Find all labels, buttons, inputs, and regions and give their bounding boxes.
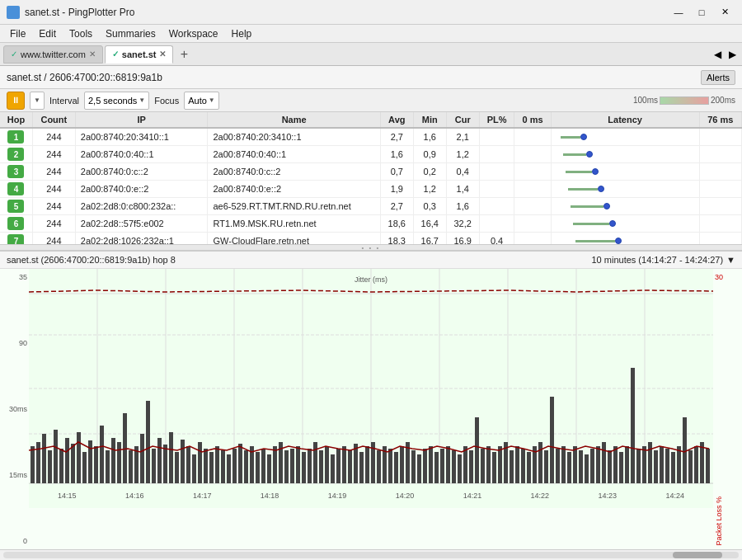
interval-arrow-icon: ▼ bbox=[139, 96, 145, 104]
svg-rect-130 bbox=[694, 446, 698, 483]
menu-help[interactable]: Help bbox=[225, 26, 259, 41]
avg-cell: 18,3 bbox=[380, 233, 413, 245]
pl-cell bbox=[479, 163, 514, 181]
svg-rect-104 bbox=[544, 450, 548, 483]
svg-rect-118 bbox=[625, 446, 629, 483]
svg-rect-129 bbox=[688, 450, 693, 483]
tab-sanet-close[interactable]: ✕ bbox=[159, 49, 166, 59]
svg-rect-100 bbox=[521, 449, 525, 483]
cur-cell: 1,6 bbox=[446, 198, 479, 215]
table-row[interactable]: 7 244 2a02:2d8:1026:232a::1 GW-CloudFlar… bbox=[0, 233, 742, 245]
latency-max-cell bbox=[699, 233, 741, 245]
tab-next-button[interactable]: ▶ bbox=[726, 48, 739, 61]
cur-cell: 16,9 bbox=[446, 233, 479, 245]
avg-cell: 2,7 bbox=[380, 128, 413, 146]
svg-rect-92 bbox=[475, 417, 479, 483]
svg-rect-66 bbox=[325, 446, 329, 483]
svg-rect-59 bbox=[284, 450, 289, 483]
resize-handle[interactable]: • • • bbox=[0, 244, 742, 251]
svg-rect-94 bbox=[486, 446, 491, 483]
min-cell: 16,7 bbox=[413, 233, 446, 245]
hop-cell: 1 bbox=[0, 128, 32, 146]
table-row[interactable]: 3 244 2a00:8740:0:c::2 2a00:8740:0:c::2 … bbox=[0, 163, 742, 181]
count-cell: 244 bbox=[32, 163, 75, 181]
chart-expand-button[interactable]: ▼ bbox=[726, 255, 735, 265]
col-latency-max: 76 ms bbox=[699, 112, 741, 128]
hop-table: Hop Count IP Name Avg Min Cur PL% 0 ms L… bbox=[0, 112, 742, 244]
y-label-30ms: 30ms bbox=[2, 405, 27, 413]
control-bar: ⏸ ▼ Interval 2,5 seconds ▼ Focus Auto ▼ … bbox=[0, 89, 742, 112]
latency-max-cell bbox=[699, 181, 741, 198]
svg-rect-48 bbox=[221, 450, 225, 483]
col-hop: Hop bbox=[0, 112, 32, 128]
minimize-button[interactable]: — bbox=[668, 4, 689, 21]
menu-file[interactable]: File bbox=[3, 26, 32, 41]
svg-rect-34 bbox=[140, 434, 144, 483]
svg-rect-89 bbox=[458, 454, 462, 483]
svg-rect-82 bbox=[417, 454, 421, 483]
y-label-15ms: 15ms bbox=[2, 471, 27, 479]
svg-rect-107 bbox=[561, 446, 566, 483]
scrollbar-area bbox=[0, 549, 742, 560]
close-button[interactable]: ✕ bbox=[714, 4, 735, 21]
table-row[interactable]: 5 244 2a02:2d8:0:c800:232a:: ae6-529.RT.… bbox=[0, 198, 742, 215]
latency-scale: 100ms 200ms bbox=[633, 96, 735, 105]
svg-rect-50 bbox=[232, 449, 237, 483]
menu-summaries[interactable]: Summaries bbox=[99, 26, 162, 41]
count-cell: 244 bbox=[32, 128, 75, 146]
alerts-button[interactable]: Alerts bbox=[701, 70, 735, 85]
menu-edit[interactable]: Edit bbox=[32, 26, 63, 41]
name-cell: ae6-529.RT.TMT.RND.RU.retn.net bbox=[208, 198, 380, 215]
latency-graph-cell bbox=[551, 215, 699, 233]
scroll-track[interactable] bbox=[3, 552, 739, 558]
svg-rect-23 bbox=[77, 432, 81, 483]
chart-time-range: 10 minutes (14:14:27 - 14:24:27) bbox=[592, 255, 724, 265]
scale-200ms: 200ms bbox=[711, 96, 735, 105]
count-cell: 244 bbox=[32, 233, 75, 245]
svg-rect-44 bbox=[198, 442, 202, 483]
table-row[interactable]: 4 244 2a00:8740:0:e::2 2a00:8740:0:e::2 … bbox=[0, 181, 742, 198]
col-min: Min bbox=[413, 112, 446, 128]
add-tab-button[interactable]: + bbox=[175, 45, 193, 64]
scroll-thumb[interactable] bbox=[673, 552, 722, 558]
tab-twitter[interactable]: ✓ www.twitter.com ✕ bbox=[3, 45, 103, 64]
table-row[interactable]: 2 244 2a00:8740:0:40::1 2a00:8740:0:40::… bbox=[0, 146, 742, 163]
window-controls: — □ ✕ bbox=[668, 4, 735, 21]
chart-title: sanet.st (2606:4700:20::6819:9a1b) hop 8 bbox=[7, 255, 592, 265]
maximize-button[interactable]: □ bbox=[691, 4, 712, 21]
svg-rect-38 bbox=[163, 445, 167, 483]
svg-rect-25 bbox=[88, 440, 92, 483]
col-pl: PL% bbox=[479, 112, 514, 128]
count-cell: 244 bbox=[32, 146, 75, 163]
menu-tools[interactable]: Tools bbox=[63, 26, 99, 41]
menu-bar: File Edit Tools Summaries Workspace Help bbox=[0, 25, 742, 43]
interval-select[interactable]: 2,5 seconds ▼ bbox=[84, 92, 149, 110]
svg-rect-111 bbox=[585, 454, 589, 483]
x-label-1420: 14:20 bbox=[396, 492, 415, 508]
svg-rect-18 bbox=[48, 450, 52, 483]
svg-rect-21 bbox=[65, 438, 69, 483]
svg-rect-96 bbox=[498, 446, 502, 483]
pl-cell bbox=[479, 215, 514, 233]
pause-button[interactable]: ⏸ bbox=[7, 92, 25, 110]
tab-sanet[interactable]: ✓ sanet.st ✕ bbox=[105, 45, 174, 64]
interval-label: Interval bbox=[49, 96, 79, 106]
svg-rect-35 bbox=[146, 401, 150, 483]
hop-cell: 6 bbox=[0, 215, 32, 233]
pause-dropdown[interactable]: ▼ bbox=[30, 92, 45, 110]
menu-workspace[interactable]: Workspace bbox=[162, 26, 225, 41]
svg-rect-81 bbox=[411, 450, 416, 483]
focus-select[interactable]: Auto ▼ bbox=[184, 92, 219, 110]
table-row[interactable]: 1 244 2a00:8740:20:3410::1 2a00:8740:20:… bbox=[0, 128, 742, 146]
svg-rect-15 bbox=[31, 446, 35, 483]
chart-area: sanet.st (2606:4700:20::6819:9a1b) hop 8… bbox=[0, 251, 742, 549]
svg-rect-99 bbox=[515, 446, 519, 483]
svg-rect-123 bbox=[654, 450, 658, 483]
table-row[interactable]: 6 244 2a02:2d8::57f5:e002 RT1.M9.MSK.RU.… bbox=[0, 215, 742, 233]
hop-cell: 3 bbox=[0, 163, 32, 181]
tab-twitter-close[interactable]: ✕ bbox=[89, 49, 96, 59]
svg-rect-86 bbox=[440, 449, 444, 483]
cur-cell: 1,2 bbox=[446, 146, 479, 163]
avg-cell: 18,6 bbox=[380, 215, 413, 233]
tab-prev-button[interactable]: ◀ bbox=[711, 48, 724, 61]
